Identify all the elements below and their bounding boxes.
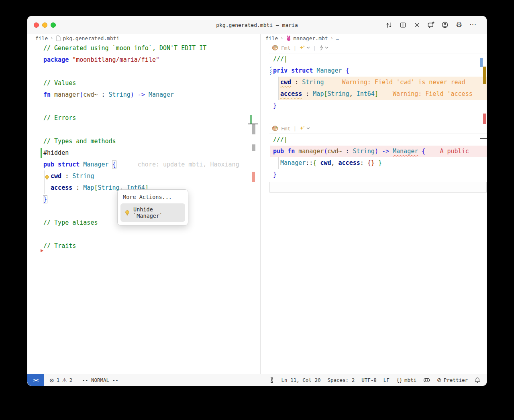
codelens-bolt-button[interactable] — [319, 45, 328, 51]
code-line[interactable]: access : Map[String, Int64] Warning: Fie… — [270, 88, 487, 100]
unhide-manager-action[interactable]: Unhide `Manager` — [120, 203, 185, 222]
code-line[interactable]: // Types and methods — [27, 136, 260, 147]
code-token: String — [327, 90, 349, 97]
codelens-separator: | — [293, 45, 296, 51]
bell-icon — [475, 377, 480, 383]
overview-error-marker — [252, 172, 255, 182]
close-window-button[interactable] — [34, 22, 39, 28]
breadcrumb[interactable]: file›manager.mbt›… — [261, 34, 487, 43]
remote-indicator[interactable]: >< — [27, 374, 44, 386]
code-line[interactable]: Manager::{ cwd, access: {} } — [270, 157, 487, 169]
code-token — [324, 79, 342, 86]
code-line[interactable]: // Generated using `moon info`, DON'T ED… — [27, 43, 260, 54]
code-line[interactable] — [27, 66, 260, 77]
copilot[interactable] — [423, 377, 430, 383]
breadcrumb-label: manager.mbt — [294, 35, 328, 41]
sparkle-icon — [299, 126, 305, 131]
left-editor-pane[interactable]: file›pkg.generated.mbti // Generated usi… — [27, 34, 260, 374]
vim-mode-indicator[interactable]: -- NORMAL -- — [82, 377, 118, 383]
code-line[interactable]: package "moonbitlang/maria/file" — [27, 54, 260, 66]
language-mode[interactable]: {}mbti — [396, 377, 416, 383]
code-line[interactable]: fn manager(cwd~ : String) -> Manager — [27, 89, 260, 101]
code-token — [378, 90, 393, 97]
eol[interactable]: LF — [383, 377, 390, 383]
extension-icon[interactable] — [269, 377, 275, 383]
code-token: access — [280, 90, 302, 97]
code-token: ] — [375, 90, 378, 97]
code-line[interactable]: ///| — [270, 134, 487, 146]
chevron-down-icon — [325, 47, 328, 49]
minimize-window-button[interactable] — [42, 22, 47, 28]
settings-gear-icon[interactable]: ⚙ — [455, 21, 463, 29]
code-line[interactable]: ///| — [270, 53, 487, 65]
codelens-sparkle-button[interactable] — [299, 126, 310, 131]
account-icon[interactable] — [441, 21, 449, 29]
code-line[interactable]: pub struct Manager { chore: update mbti,… — [27, 159, 260, 170]
code-line[interactable]: // Values — [27, 77, 260, 89]
indentation-label: Spaces: 2 — [327, 377, 355, 383]
code-token: cwd — [51, 172, 61, 180]
warning-count: 2 — [69, 377, 73, 383]
codelens-fmt-button[interactable]: Fmt — [281, 126, 290, 132]
codelens-fmt-button[interactable]: Fmt — [281, 45, 290, 51]
breadcrumb-label: file — [265, 35, 278, 41]
breadcrumb-item[interactable]: manager.mbt — [286, 35, 328, 41]
code-token: fn — [43, 91, 51, 98]
close-icon[interactable] — [413, 21, 421, 29]
breadcrumb[interactable]: file›pkg.generated.mbti — [27, 34, 260, 43]
code-token: chore: update mbti, Haoxiang — [116, 161, 239, 168]
breadcrumb-label: pkg.generated.mbti — [63, 35, 120, 41]
code-line[interactable] — [27, 229, 260, 240]
code-line[interactable] — [270, 112, 487, 123]
overview-added-marker — [250, 115, 252, 124]
code-line[interactable] — [27, 101, 260, 112]
breadcrumb-item[interactable]: pkg.generated.mbti — [56, 35, 120, 41]
code-line[interactable]: #hidden — [27, 147, 260, 159]
warning-count-icon: ⚠ — [62, 377, 67, 383]
notifications[interactable] — [475, 377, 480, 383]
code-token: String — [98, 184, 119, 191]
popup-title: More Actions... — [120, 193, 185, 203]
code-token: Map — [313, 90, 324, 97]
code-line[interactable]: priv struct Manager { — [270, 65, 487, 77]
code-token: : — [342, 148, 353, 155]
code-line[interactable]: } — [270, 100, 487, 112]
code-line[interactable]: // Errors — [27, 112, 260, 124]
right-editor-pane[interactable]: file›manager.mbt›… Fmt||///|priv struct … — [261, 34, 487, 374]
code-token: package — [43, 56, 69, 63]
code-line[interactable]: cwd : String Warning: Field 'cwd' is nev… — [270, 77, 487, 88]
problems-indicator[interactable]: ⊗ 1 ⚠ 2 — [49, 377, 72, 383]
zoom-window-button[interactable] — [51, 22, 56, 28]
code-token — [342, 67, 346, 74]
overview-info-marker — [480, 58, 483, 67]
codelens-sparkle-button[interactable] — [299, 45, 310, 51]
code-token: manager — [295, 148, 324, 155]
right-editor-code[interactable]: Fmt||///|priv struct Manager { cwd : Str… — [261, 43, 487, 193]
breadcrumb-item[interactable]: … — [336, 35, 339, 41]
code-line[interactable]: cwd : String — [27, 170, 260, 182]
git-compare-icon[interactable] — [385, 21, 393, 29]
scrollbar-thumb[interactable] — [252, 124, 255, 134]
gutter-modified-marker — [41, 148, 42, 158]
chat-sparkle-icon[interactable] — [427, 21, 435, 29]
code-token: Manager — [149, 91, 174, 98]
split-editor-icon[interactable] — [399, 21, 407, 29]
indentation[interactable]: Spaces: 2 — [327, 377, 355, 383]
titlebar-actions: ⚙··· — [385, 21, 487, 29]
more-icon[interactable]: ··· — [469, 21, 477, 29]
breadcrumb-item[interactable]: file — [265, 35, 278, 41]
popup-item-label: Unhide `Manager` — [133, 206, 181, 219]
editor-group: file›pkg.generated.mbti // Generated usi… — [27, 34, 487, 374]
code-token: priv struct — [273, 67, 313, 74]
code-line[interactable]: pub fn manager(cwd~ : String) -> Manager… — [270, 146, 487, 157]
cursor-position[interactable]: Ln 11, Col 20 — [281, 377, 321, 383]
breadcrumb-item[interactable]: file — [35, 35, 48, 41]
code-token — [109, 161, 112, 168]
code-token: pub fn — [273, 148, 295, 155]
code-line[interactable]: } — [270, 169, 487, 181]
prettier[interactable]: ⊘Prettier — [437, 377, 468, 383]
code-token: access — [339, 159, 360, 166]
code-line[interactable] — [27, 124, 260, 136]
encoding[interactable]: UTF-8 — [361, 377, 377, 383]
code-line[interactable]: // Traits — [27, 240, 260, 252]
